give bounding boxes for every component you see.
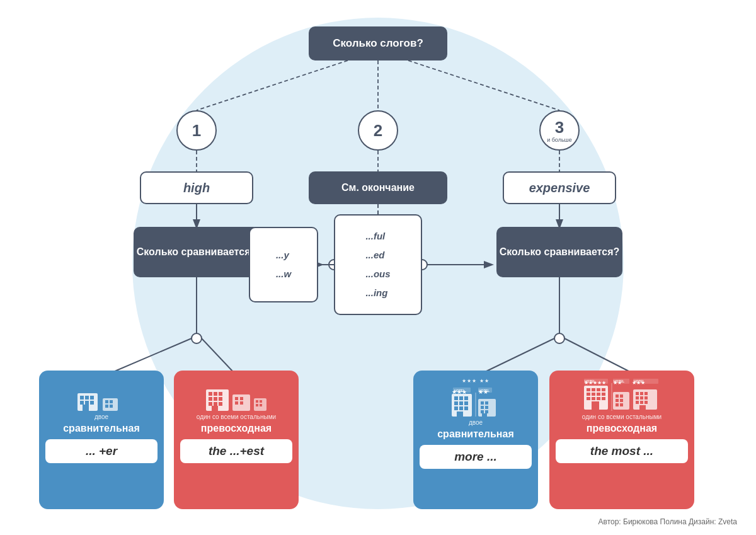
svg-rect-52 <box>235 401 238 405</box>
hotel-icon-1 <box>45 378 158 411</box>
svg-rect-121 <box>640 396 643 400</box>
svg-rect-69 <box>464 401 468 405</box>
middle-dark-box: См. окончание <box>309 171 447 204</box>
svg-rect-73 <box>457 411 463 417</box>
svg-rect-42 <box>209 397 212 401</box>
svg-text:HOTEL: HOTEL <box>585 379 595 383</box>
top-question-text: Сколько слогов? <box>333 37 423 50</box>
number-3-sublabel: и больше <box>547 137 572 143</box>
svg-rect-80 <box>481 406 484 409</box>
svg-rect-41 <box>219 392 222 396</box>
svg-rect-47 <box>219 402 222 406</box>
number-circle-3: 3 и больше <box>539 110 580 151</box>
svg-rect-93 <box>597 388 600 391</box>
svg-rect-122 <box>644 396 648 400</box>
svg-rect-110 <box>616 399 619 402</box>
svg-rect-32 <box>83 405 89 411</box>
svg-rect-30 <box>85 401 89 405</box>
svg-rect-100 <box>592 397 595 400</box>
svg-rect-91 <box>587 388 590 391</box>
author-line: Автор: Бирюкова Полина Дизайн: Zveta <box>598 517 737 526</box>
svg-text:HOTEL: HOTEL <box>614 379 624 383</box>
yw-line2: ...w <box>276 265 291 284</box>
ending-2: ...ed <box>365 246 390 265</box>
svg-rect-83 <box>485 410 488 413</box>
center-endings-box: ...ful ...ed ...ous ...ing <box>334 214 422 315</box>
svg-rect-28 <box>90 396 94 400</box>
svg-rect-118 <box>640 392 643 395</box>
svg-rect-111 <box>620 399 623 402</box>
author-text: Автор: Бирюкова Полина Дизайн: Zveta <box>598 517 737 526</box>
svg-rect-79 <box>485 401 488 405</box>
svg-rect-70 <box>454 406 458 410</box>
center-endings-text: ...ful ...ed ...ous ...ing <box>365 227 390 302</box>
main-canvas: Сколько слогов? 1 2 3 и больше high См. … <box>0 0 756 535</box>
word-high: high <box>183 181 210 195</box>
svg-text:HOTEL: HOTEL <box>634 379 644 383</box>
svg-rect-81 <box>485 406 488 409</box>
svg-rect-29 <box>80 401 84 405</box>
svg-rect-35 <box>110 400 113 403</box>
svg-rect-113 <box>620 403 623 406</box>
result-card-4: ★★★★★ ★★ ★★★ HOTEL <box>549 371 694 509</box>
svg-rect-34 <box>105 400 108 403</box>
result-card-3: ★★★ ★★ ★★★ ★★ HOTEL <box>413 371 538 509</box>
svg-text:HOTEL: HOTEL <box>454 389 465 393</box>
hotel-svg-2 <box>205 381 268 411</box>
card1-label-small: двое <box>94 413 108 420</box>
svg-rect-71 <box>459 406 463 410</box>
number-2-label: 2 <box>374 121 382 141</box>
svg-rect-108 <box>616 394 619 398</box>
svg-rect-56 <box>260 400 262 403</box>
svg-rect-98 <box>602 393 605 396</box>
word-box-expensive: expensive <box>503 171 616 204</box>
svg-rect-57 <box>256 404 258 406</box>
svg-rect-99 <box>587 397 590 400</box>
card2-value: the ...+est <box>180 439 292 463</box>
hotel-icon-2 <box>180 378 292 411</box>
hotel-svg-3: ★★★ ★★ HOTEL HOTEL <box>450 386 501 417</box>
svg-text:HOTEL: HOTEL <box>479 389 490 393</box>
svg-rect-67 <box>454 401 458 405</box>
right-q-box: Сколько сравнивается? <box>496 227 622 277</box>
card3-title: сравнительная <box>437 429 514 440</box>
svg-rect-36 <box>105 405 108 408</box>
card2-label-small: один со всеми остальными <box>197 413 276 420</box>
svg-rect-53 <box>240 401 243 405</box>
card3-value: more ... <box>420 445 532 469</box>
svg-rect-51 <box>240 397 243 400</box>
svg-rect-96 <box>592 393 595 396</box>
svg-rect-124 <box>640 401 643 404</box>
svg-rect-97 <box>597 393 600 396</box>
card1-title: сравнительная <box>63 423 140 434</box>
svg-rect-44 <box>219 397 222 401</box>
svg-rect-125 <box>644 401 648 404</box>
card3-label-small: двое <box>469 419 483 426</box>
number-circle-2: 2 <box>358 110 398 151</box>
svg-rect-64 <box>454 396 458 400</box>
card3-stars: ★★★ ★★ <box>462 378 489 384</box>
svg-rect-26 <box>80 396 84 400</box>
svg-rect-117 <box>636 392 639 395</box>
card4-title: превосходная <box>587 423 657 434</box>
hotel-svg-4: ★★★★★ ★★ ★★★ HOTEL <box>584 378 660 411</box>
svg-rect-123 <box>636 401 639 404</box>
svg-rect-40 <box>214 392 217 396</box>
hotel-svg-1 <box>76 381 127 411</box>
card1-value: ... +er <box>45 439 158 463</box>
svg-rect-120 <box>636 396 639 400</box>
hotel-icon-3: ★★★ ★★ HOTEL HOTEL <box>420 384 532 417</box>
svg-rect-72 <box>464 406 468 410</box>
ending-3: ...ous <box>365 265 390 284</box>
svg-rect-37 <box>110 405 113 408</box>
svg-rect-126 <box>639 405 646 410</box>
svg-rect-119 <box>644 392 648 395</box>
middle-dark-text: См. окончание <box>341 182 415 193</box>
svg-rect-102 <box>602 397 605 400</box>
svg-rect-48 <box>212 406 218 411</box>
svg-rect-92 <box>592 388 595 391</box>
word-box-high: high <box>140 171 253 204</box>
card2-title: превосходная <box>201 423 272 434</box>
svg-rect-101 <box>597 397 600 400</box>
top-question-box: Сколько слогов? <box>309 26 447 60</box>
